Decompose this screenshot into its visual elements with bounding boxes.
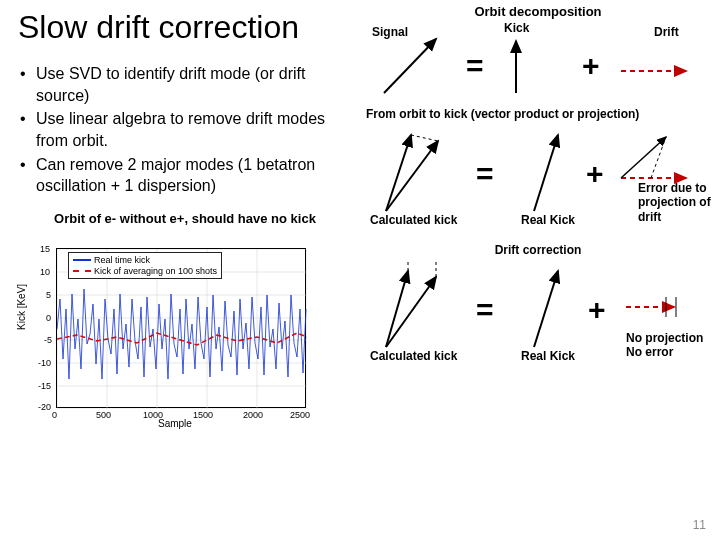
note-no-error: No projection No error (626, 331, 716, 360)
xtick: 500 (96, 410, 111, 420)
xtick: 1500 (193, 410, 213, 420)
svg-line-19 (411, 135, 438, 141)
plus-sign: + (588, 293, 606, 327)
xtick: 0 (52, 410, 57, 420)
svg-line-20 (534, 135, 558, 211)
label-real-kick: Real Kick (521, 213, 575, 227)
chart-xlabel: Sample (158, 418, 192, 429)
ytick: -5 (44, 335, 52, 345)
label-calc-kick: Calculated kick (370, 349, 457, 363)
ytick: -20 (38, 402, 51, 412)
plus-sign: + (582, 49, 600, 83)
svg-line-18 (386, 141, 438, 211)
bullet-list: Use SVD to identify drift mode (or drift… (18, 63, 352, 197)
bullet-item: Use linear algebra to remove drift modes… (18, 108, 352, 151)
xtick: 2000 (243, 410, 263, 420)
section-sub1: From orbit to kick (vector product or pr… (366, 107, 710, 121)
ytick: 10 (40, 267, 50, 277)
equals-sign: = (476, 157, 494, 191)
ytick: 15 (40, 244, 50, 254)
kick-chart: Kick [KeV] Sample Real time kick Kick of… (18, 230, 318, 430)
svg-line-24 (386, 271, 408, 347)
label-calc-kick: Calculated kick (370, 213, 457, 227)
ytick: 5 (46, 290, 51, 300)
plus-sign: + (586, 157, 604, 191)
section-sub2: Drift correction (366, 243, 710, 257)
svg-line-14 (384, 39, 436, 93)
correction-row: = + Calculated kick Real Kick No project… (366, 259, 710, 359)
equals-sign: = (476, 293, 494, 327)
xtick: 1000 (143, 410, 163, 420)
chart-legend: Real time kick Kick of averaging on 100 … (68, 252, 222, 280)
decomposition-diagram (366, 21, 706, 101)
chart-caption: Orbit of e- without e+, should have no k… (18, 211, 352, 226)
xtick: 2500 (290, 410, 310, 420)
page-title: Slow drift correction (18, 10, 352, 45)
svg-line-25 (386, 277, 436, 347)
bullet-item: Can remove 2 major modes (1 betatron osc… (18, 154, 352, 197)
legend-entry: Kick of averaging on 100 shots (94, 266, 217, 276)
chart-ylabel: Kick [KeV] (16, 284, 27, 330)
page-number: 11 (693, 518, 706, 532)
legend-entry: Real time kick (94, 255, 150, 265)
label-real-kick: Real Kick (521, 349, 575, 363)
ytick: 0 (46, 313, 51, 323)
svg-line-23 (621, 137, 666, 178)
section-header: Orbit decomposition (366, 4, 710, 19)
decomposition-row: Signal Kick Drift = + (366, 21, 710, 101)
equals-sign: = (466, 49, 484, 83)
note-error: Error due to projection of drift (638, 181, 718, 224)
svg-line-28 (534, 271, 558, 347)
ytick: -10 (38, 358, 51, 368)
svg-line-17 (386, 135, 411, 211)
projection-row: = + Calculated kick Real Kick Error due … (366, 123, 710, 223)
bullet-item: Use SVD to identify drift mode (or drift… (18, 63, 352, 106)
ytick: -15 (38, 381, 51, 391)
